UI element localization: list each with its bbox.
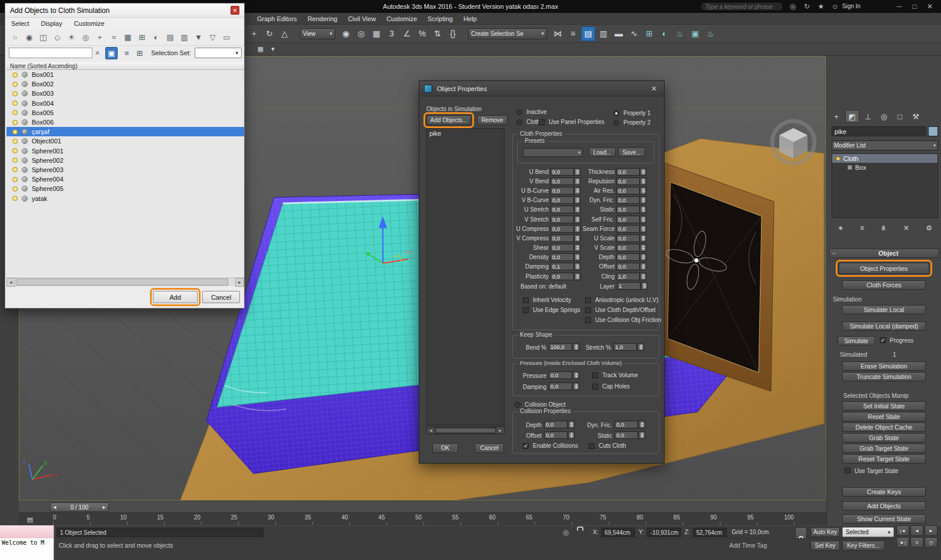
mirror-icon[interactable]: ⋈ <box>550 26 565 41</box>
cloth-radio[interactable] <box>516 119 522 125</box>
scene-object-row[interactable]: Object001 <box>6 136 244 146</box>
maxscript-mini-listener[interactable]: Welcome to M <box>0 538 54 560</box>
scene-object-row[interactable]: Sphere001 <box>6 146 244 156</box>
use-edge-springs-checkbox[interactable] <box>523 307 529 313</box>
param-spinner[interactable] <box>640 244 646 252</box>
param-field[interactable]: 0,0 <box>616 168 640 176</box>
modifier-list-dropdown[interactable]: Modifier List ▾ <box>832 140 938 150</box>
minimize-icon[interactable]: ─ <box>892 0 907 13</box>
menu-item[interactable]: Select <box>5 20 35 27</box>
menu-item[interactable]: Customize <box>68 20 111 27</box>
time-slider-track[interactable]: ◄ 0 / 100 ► <box>19 501 826 512</box>
param-spinner[interactable] <box>640 234 646 242</box>
visibility-bulb-icon[interactable] <box>12 148 18 153</box>
visibility-bulb-icon[interactable] <box>12 91 18 96</box>
toggle-ribbon-icon[interactable]: ▬ <box>612 26 626 41</box>
reset-state-button[interactable]: Reset State <box>842 412 926 421</box>
scene-object-row[interactable]: Sphere003 <box>6 165 244 175</box>
collision-static-spinner[interactable] <box>639 431 645 439</box>
layers-view-icon[interactable]: ≡ <box>121 47 133 59</box>
menu-item[interactable]: Customize <box>381 13 422 25</box>
param-spinner[interactable] <box>574 187 580 195</box>
param-field[interactable]: 1,0 <box>616 273 640 280</box>
visibility-bulb-icon[interactable] <box>12 72 18 78</box>
go-to-end-button[interactable]: ►| <box>896 537 909 548</box>
curve-editor-icon[interactable]: ∿ <box>627 26 641 41</box>
display-geometry-icon[interactable]: ◫ <box>37 31 49 43</box>
object-properties-button[interactable]: Object Properties <box>839 263 929 274</box>
maxscript-mini-listener-macro[interactable] <box>0 525 54 538</box>
close-icon[interactable]: ✕ <box>649 85 659 93</box>
select-and-rotate-icon[interactable]: ↻ <box>262 26 276 41</box>
param-spinner[interactable] <box>574 234 580 242</box>
scene-object-row[interactable]: Box004 <box>6 99 244 108</box>
configure-modifier-sets-icon[interactable]: ⚙ <box>926 224 932 232</box>
pressure-spinner[interactable] <box>573 371 579 379</box>
param-spinner[interactable] <box>574 168 580 176</box>
favorites-icon[interactable]: ★ <box>815 1 827 12</box>
scene-object-row[interactable]: Sphere005 <box>6 184 244 193</box>
collision-offset-spinner[interactable] <box>568 431 575 439</box>
frame-back-arrow[interactable]: ◄ <box>52 505 57 510</box>
scene-object-row[interactable]: Box006 <box>6 118 244 127</box>
dialog-titlebar[interactable]: Add Objects to Cloth Simulation ✕ <box>5 4 244 18</box>
cuts-cloth-checkbox[interactable] <box>589 443 595 449</box>
add-time-tag[interactable]: Add Time Tag <box>729 542 767 549</box>
menu-item[interactable]: Civil View <box>343 13 381 25</box>
param-spinner[interactable] <box>574 216 580 223</box>
material-editor-icon[interactable]: ◐ <box>658 26 672 41</box>
previous-frame-button[interactable]: ◄ <box>910 525 923 536</box>
y-coordinate-field[interactable]: -10,931cm <box>647 528 681 537</box>
frame-forward-arrow[interactable]: ► <box>102 505 106 510</box>
key-filters-button[interactable]: Key Filters... <box>842 541 885 551</box>
modifier-visibility-icon[interactable] <box>836 156 840 161</box>
user-icon[interactable]: ☺ <box>829 1 841 12</box>
param-field[interactable]: 0,0 <box>550 187 574 195</box>
close-icon[interactable]: ✕ <box>922 0 937 13</box>
create-keys-button[interactable]: Create Keys <box>842 487 926 497</box>
headboard[interactable] <box>659 162 774 391</box>
menu-item[interactable]: Display <box>35 20 68 27</box>
property1-radio[interactable] <box>613 110 619 116</box>
param-field[interactable]: 0,0 <box>550 196 574 204</box>
x-coordinate-field[interactable]: 69,544cm <box>601 528 635 537</box>
param-field[interactable]: 0,1 <box>550 263 574 270</box>
param-spinner[interactable] <box>640 187 646 195</box>
grab-state-button[interactable]: Grab State <box>842 433 926 442</box>
collision-depth-field[interactable]: 0,0 <box>544 421 568 428</box>
visibility-bulb-icon[interactable] <box>12 129 18 135</box>
clear-search-icon[interactable]: ✕ <box>95 49 100 57</box>
scene-object-row[interactable]: çarşaf <box>6 127 244 136</box>
pressure-damping-spinner[interactable] <box>573 383 579 390</box>
reset-target-state-button[interactable]: Reset Target State <box>842 454 926 464</box>
motion-tab-icon[interactable]: ◎ <box>877 110 891 123</box>
select-and-move-icon[interactable]: + <box>247 26 261 41</box>
close-icon[interactable]: ✕ <box>231 6 239 15</box>
pin-stack-icon[interactable]: ∗ <box>837 224 843 232</box>
collision-dyn-fric-spinner[interactable] <box>639 421 645 428</box>
column-chooser-icon[interactable]: ▥ <box>178 31 191 43</box>
snap-toggle-icon[interactable]: 3 <box>385 26 399 41</box>
make-unique-icon[interactable]: ⋔ <box>881 224 887 232</box>
scroll-left-icon[interactable]: ◄ <box>427 427 435 434</box>
menu-item[interactable]: Scripting <box>422 13 458 25</box>
menu-item[interactable]: Help <box>458 13 482 25</box>
visibility-bulb-icon[interactable] <box>12 196 18 201</box>
auto-key-button[interactable]: Auto Key <box>810 527 840 537</box>
visibility-bulb-icon[interactable] <box>12 82 18 87</box>
select-and-manipulate-icon[interactable]: ◎ <box>354 26 368 41</box>
scrollbar-thumb[interactable] <box>435 428 496 433</box>
list-horizontal-scrollbar[interactable]: ◄ ► <box>6 277 244 286</box>
modifier-stack-row[interactable]: Box <box>832 163 937 172</box>
use-cloth-depth-checkbox[interactable] <box>585 307 591 313</box>
param-spinner[interactable] <box>640 216 646 223</box>
param-spinner[interactable] <box>640 206 646 213</box>
object-rollout-header[interactable]: − Object <box>829 249 939 258</box>
use-panel-properties-checkbox[interactable] <box>539 119 545 125</box>
isolate-selection-icon[interactable]: ◎ <box>560 527 572 538</box>
visibility-bulb-icon[interactable] <box>12 167 18 172</box>
param-spinner[interactable] <box>640 196 646 204</box>
param-spinner[interactable] <box>574 263 580 270</box>
param-field[interactable]: 0,0 <box>616 187 640 195</box>
go-to-start-button[interactable]: |◄ <box>896 525 909 536</box>
